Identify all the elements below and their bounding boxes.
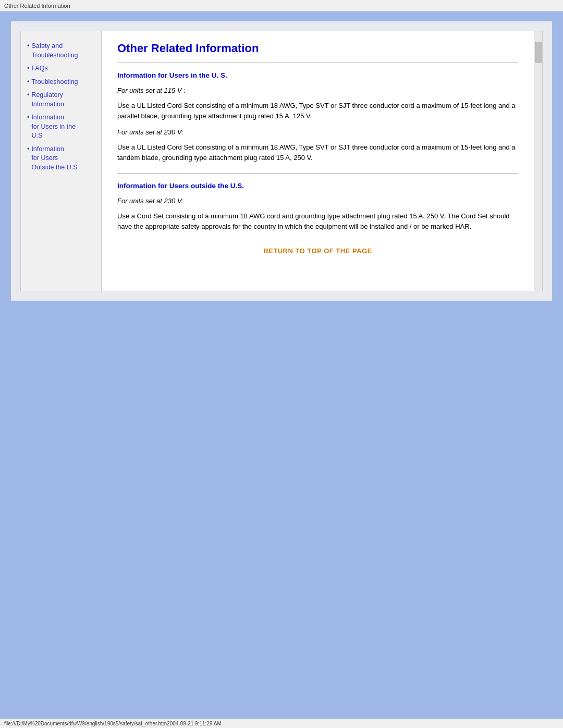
section1-sub2-label: For units set at 230 V: bbox=[117, 128, 518, 136]
section2-heading: Information for Users outside the U.S. bbox=[117, 182, 518, 190]
section-divider-2 bbox=[117, 173, 518, 174]
browser-outer: • Safety and Troubleshooting • FAQs • Tr… bbox=[10, 21, 553, 301]
section1-sub2-body: Use a UL Listed Cord Set consisting of a… bbox=[117, 142, 518, 163]
sidebar-bullet-regulatory: • bbox=[27, 91, 29, 98]
return-to-top-link[interactable]: RETURN TO TOP OF THE PAGE bbox=[117, 247, 518, 255]
sidebar-item-regulatory: • Regulatory Information bbox=[27, 91, 97, 109]
sidebar-link-info-us[interactable]: Information for Users in the U.S bbox=[31, 113, 76, 141]
sidebar-item-info-outside: • Information for Users Outside the U.S bbox=[27, 145, 97, 172]
status-bar-text: file:///D|/My%20Documents/dfu/W9/english… bbox=[4, 721, 222, 726]
section1-sub1-label: For units set at 115 V : bbox=[117, 87, 518, 94]
sidebar-item-safety: • Safety and Troubleshooting bbox=[27, 42, 97, 60]
section-divider-1 bbox=[117, 63, 518, 63]
section2-sub1-body: Use a Cord Set consisting of a minimum 1… bbox=[117, 211, 518, 231]
sidebar-link-safety-troubleshooting[interactable]: Safety and Troubleshooting bbox=[31, 42, 78, 60]
sidebar-item-faqs: • FAQs bbox=[27, 64, 97, 73]
sidebar-link-info-outside[interactable]: Information for Users Outside the U.S bbox=[31, 145, 77, 172]
page-container: • Safety and Troubleshooting • FAQs • Tr… bbox=[20, 31, 543, 291]
sidebar-bullet-faqs: • bbox=[27, 65, 29, 72]
status-bar: file:///D|/My%20Documents/dfu/W9/english… bbox=[0, 719, 563, 728]
scrollbar[interactable] bbox=[534, 31, 542, 291]
sidebar-item-troubleshooting: • Troubleshooting bbox=[27, 78, 97, 87]
section1-heading: Information for Users in the U. S. bbox=[117, 71, 518, 79]
scrollbar-thumb[interactable] bbox=[535, 42, 542, 63]
section2-sub1-label: For units set at 230 V: bbox=[117, 197, 518, 205]
sidebar: • Safety and Troubleshooting • FAQs • Tr… bbox=[21, 31, 102, 291]
sidebar-link-regulatory[interactable]: Regulatory Information bbox=[31, 91, 64, 109]
sidebar-bullet-info-outside: • bbox=[27, 145, 29, 153]
main-content: Other Related Information Information fo… bbox=[102, 31, 534, 291]
sidebar-item-info-us: • Information for Users in the U.S bbox=[27, 113, 97, 141]
page-title: Other Related Information bbox=[117, 42, 518, 55]
sidebar-bullet-safety: • bbox=[27, 42, 29, 50]
sidebar-bullet-info-us: • bbox=[27, 114, 29, 121]
sidebar-link-troubleshooting[interactable]: Troubleshooting bbox=[31, 78, 78, 87]
section1-sub1-body: Use a UL Listed Cord Set consisting of a… bbox=[117, 101, 518, 121]
sidebar-link-faqs[interactable]: FAQs bbox=[31, 64, 47, 73]
sidebar-bullet-troubleshooting: • bbox=[27, 78, 29, 85]
title-bar: Other Related Information bbox=[0, 0, 563, 11]
title-bar-text: Other Related Information bbox=[4, 3, 70, 9]
